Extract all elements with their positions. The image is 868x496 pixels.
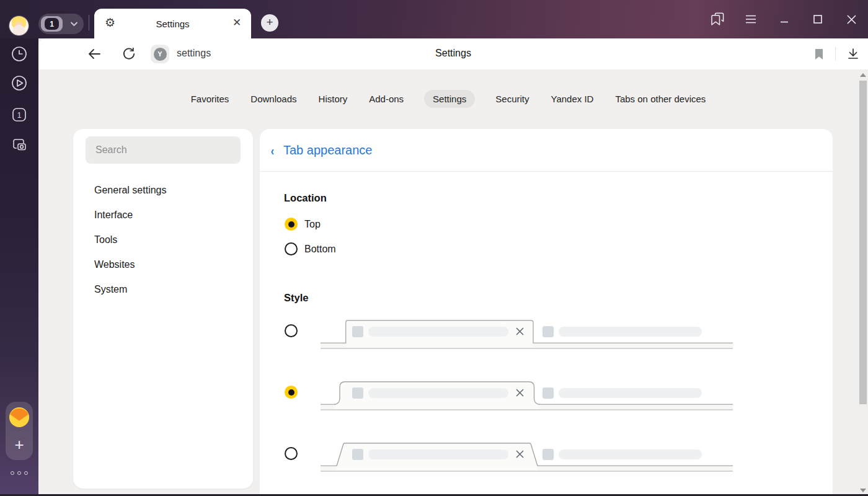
browser-tab-settings[interactable]: ⚙ Settings ✕ [94,9,251,38]
tab-appearance-card: ‹ Tab appearance Location Top Bottom Sty… [260,129,833,496]
settings-topnav: Favorites Downloads History Add-ons Sett… [38,90,858,108]
location-heading: Location [284,192,327,204]
new-tab-button[interactable]: + [261,14,278,32]
tab-count-badge: 1 [45,18,59,30]
titlebar: 1 ⚙ Settings ✕ + [0,0,868,38]
svg-text:1: 1 [17,111,22,120]
tab-group-control[interactable]: 1 [38,14,84,34]
maximize-button[interactable] [801,6,835,32]
profile-avatar[interactable] [9,16,29,35]
topnav-history[interactable]: History [317,90,349,108]
settings-menu: General settings Interface Tools Website… [73,178,253,302]
tab-style-preview-square[interactable] [321,317,733,350]
radio-style-square[interactable] [285,324,298,337]
style-option-square[interactable] [285,317,750,350]
scrollbar-up-arrow[interactable] [860,73,866,77]
radio-bottom[interactable] [285,242,298,255]
browser-window: 1 ⚙ Settings ✕ + [0,0,868,496]
sidebar-more-button[interactable] [0,471,38,475]
menu-item-system[interactable]: System [73,277,253,302]
add-service-button[interactable]: + [6,434,33,455]
media-play-icon[interactable] [11,74,28,92]
topnav-downloads[interactable]: Downloads [249,90,298,108]
chevron-down-icon[interactable] [70,21,78,27]
scrollbar-down-arrow[interactable] [860,489,866,492]
settings-page: Favorites Downloads History Add-ons Sett… [38,69,858,496]
tab-style-preview-slanted[interactable] [321,440,733,472]
bookmark-icon[interactable] [814,48,824,60]
collections-icon[interactable] [701,6,734,32]
style-heading: Style [284,292,308,304]
style-option-rounded[interactable] [285,379,750,411]
scrollbar-thumb[interactable] [859,81,867,404]
menu-item-general[interactable]: General settings [73,178,253,203]
topnav-addons[interactable]: Add-ons [368,90,405,108]
menu-item-websites[interactable]: Websites [73,252,253,277]
tab-strip-divider [89,15,89,30]
topnav-other-devices[interactable]: Tabs on other devices [614,90,707,108]
search-input[interactable] [86,136,241,164]
radio-style-slanted[interactable] [285,447,298,460]
browser-tab-title: Settings [94,19,251,29]
topnav-settings[interactable]: Settings [424,90,475,108]
topnav-favorites[interactable]: Favorites [190,90,231,108]
location-option-bottom[interactable]: Bottom [285,242,336,255]
menu-item-interface[interactable]: Interface [73,203,253,228]
panel-header[interactable]: ‹ Tab appearance [260,129,833,172]
location-option-top[interactable]: Top [285,218,321,231]
radio-top[interactable] [285,218,298,231]
history-icon[interactable] [11,45,28,63]
panel-title[interactable]: Tab appearance [283,143,372,157]
radio-bottom-label[interactable]: Bottom [304,244,336,255]
tab-group-chip[interactable]: 1 [41,16,63,32]
page-title: Settings [38,48,868,59]
sidebar-rail: 1 + [0,38,38,496]
style-option-slanted[interactable] [285,440,750,472]
menu-item-tools[interactable]: Tools [73,228,253,252]
services-dock: + [6,402,33,460]
tab-close-icon[interactable]: ✕ [231,17,243,29]
download-icon[interactable] [847,48,859,60]
radio-top-label[interactable]: Top [304,219,321,230]
navbar-divider [835,47,836,61]
radio-style-rounded[interactable] [285,386,298,399]
topnav-security[interactable]: Security [494,90,530,108]
minimize-button[interactable] [768,6,801,32]
back-chevron-icon[interactable]: ‹ [271,144,274,158]
menu-icon[interactable] [734,6,768,32]
yandex-mail-icon[interactable] [9,407,30,428]
tab-style-preview-rounded[interactable] [321,379,733,411]
panel-body: Location Top Bottom Style [260,172,833,496]
topnav-yandex-id[interactable]: Yandex ID [549,90,595,108]
settings-nav-card: General settings Interface Tools Website… [73,129,253,489]
navbar: Y settings Settings [38,38,868,69]
screenshot-icon[interactable] [11,136,28,154]
close-button[interactable] [835,6,868,32]
scrollbar[interactable] [858,69,868,496]
tabs-counter-icon[interactable]: 1 [11,106,28,123]
